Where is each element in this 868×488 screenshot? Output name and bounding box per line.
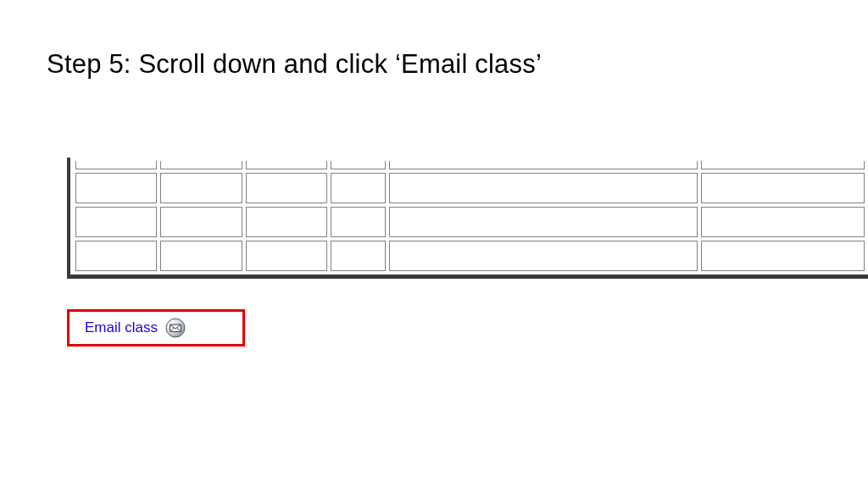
table-row [75, 161, 865, 169]
table-cell [160, 207, 242, 237]
table-cell [701, 161, 865, 169]
table-cell [389, 207, 698, 237]
table-row [75, 207, 865, 237]
table-cell [75, 173, 157, 203]
table-cell [246, 173, 327, 203]
mail-icon[interactable] [164, 317, 186, 339]
table-row [75, 173, 865, 203]
table-cell [246, 241, 327, 271]
table-cell [389, 161, 698, 169]
table-cell [331, 241, 385, 271]
table-cell [389, 241, 698, 271]
email-class-link[interactable]: Email class [85, 319, 158, 336]
table-cell [246, 161, 327, 169]
table-cell [75, 207, 157, 237]
table-border [67, 158, 868, 279]
table-row [75, 241, 865, 271]
email-class-highlight: Email class [67, 309, 245, 347]
table-cell [160, 161, 242, 169]
table-cell [389, 173, 698, 203]
table-cell [160, 241, 242, 271]
table-cell [701, 207, 865, 237]
table-cell [701, 173, 865, 203]
table-cell [701, 241, 865, 271]
table-cell [246, 207, 327, 237]
class-roster-table-fragment [67, 158, 868, 279]
roster-table [72, 158, 868, 274]
step-heading: Step 5: Scroll down and click ‘Email cla… [47, 49, 542, 80]
table-cell [75, 161, 157, 169]
table-cell [160, 173, 242, 203]
table-cell [75, 241, 157, 271]
table-cell [331, 161, 385, 169]
table-cell [331, 173, 385, 203]
table-cell [331, 207, 385, 237]
slide: Step 5: Scroll down and click ‘Email cla… [0, 0, 868, 488]
